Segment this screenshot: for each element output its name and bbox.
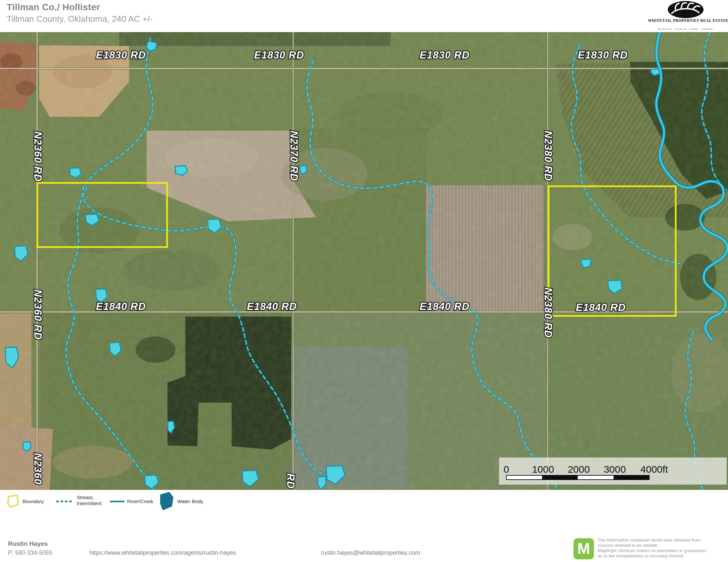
legend-label-water: Water Body xyxy=(177,498,203,504)
road-label-n2360-2: N2360 RD xyxy=(32,289,44,340)
page: Tillman Co./ Hollister Tillman County, O… xyxy=(0,0,728,562)
road-label-n2370: N2370 RD xyxy=(288,131,300,181)
header: Tillman Co./ Hollister Tillman County, O… xyxy=(0,0,728,32)
river-creek-legend-icon xyxy=(109,500,125,503)
legend-label-stream-line1: Stream, xyxy=(77,494,94,500)
scale-tick-0: 0 xyxy=(504,464,509,475)
road-label-e1840-2: E1840 RD xyxy=(247,301,297,312)
road-label-n2380-1: N2380 RD xyxy=(542,131,554,181)
road-label-rd-partial: RD xyxy=(285,473,296,489)
stream-intermittent-legend-icon xyxy=(56,500,74,503)
scale-tick-2000: 2000 xyxy=(568,464,590,475)
agent-profile-link[interactable]: https://www.whitetailproperties.com/agen… xyxy=(89,549,236,556)
road-label-n2360-partial: N2360 xyxy=(32,453,44,485)
legend-label-river: River/Creek xyxy=(127,498,153,504)
disclaimer-text: The information contained herein was obt… xyxy=(598,538,727,559)
page-subtitle: Tillman County, Oklahoma, 240 AC +/- xyxy=(7,14,153,24)
scale-bar: 0 1000 2000 3000 4000ft xyxy=(499,457,727,485)
road-label-e1840-4: E1840 RD xyxy=(576,302,626,313)
road-label-e1830-2: E1830 RD xyxy=(254,49,304,61)
water-body-legend-icon xyxy=(159,492,174,511)
agent-phone: P: 580-334-5055 xyxy=(8,549,52,556)
disclaimer-line: sources deemed to be reliable. xyxy=(598,543,727,548)
road-label-e1830-3: E1830 RD xyxy=(420,49,470,61)
scale-tick-4000ft: 4000ft xyxy=(640,464,668,475)
road-label-n2380-2: N2380 RD xyxy=(542,287,554,338)
legend-label-stream-line2: Intermittent xyxy=(77,500,102,506)
logo-tagline-text: HUNTING | RANCH | FARM | TIMBER xyxy=(648,28,723,30)
road-label-n2360-1: N2360 RD xyxy=(32,131,44,182)
disclaimer-line: as to the completeness or accuracy there… xyxy=(598,553,727,559)
disclaimer-line: The information contained herein was obt… xyxy=(598,538,727,543)
map-legend: Boundary Stream, Intermittent River/Cree… xyxy=(0,490,728,523)
agent-email-link[interactable]: rustin.hayes@whitetailproperties.com xyxy=(321,549,420,556)
map-canvas[interactable]: E1830 RD E1830 RD E1830 RD E1830 RD E184… xyxy=(0,32,728,490)
mapright-logo: M xyxy=(573,538,594,559)
footer: Rustin Hayes P: 580-334-5055 https://www… xyxy=(0,523,728,562)
logo-brand-text: WHITETAIL PROPERTIES REAL ESTATE xyxy=(648,19,723,23)
scale-tick-3000: 3000 xyxy=(604,464,626,475)
road-label-e1830-4: E1830 RD xyxy=(578,49,628,61)
road-label-e1840-1: E1840 RD xyxy=(96,301,146,312)
road-label-e1830-1: E1830 RD xyxy=(96,49,146,61)
agent-name: Rustin Hayes xyxy=(8,540,48,547)
whitetail-logo-icon xyxy=(649,1,722,32)
scale-tick-1000: 1000 xyxy=(532,464,554,475)
disclaimer-line: MapRight Services makes no warranties or… xyxy=(598,548,727,553)
boundary-legend-icon xyxy=(6,494,19,510)
road-label-e1840-3: E1840 RD xyxy=(420,301,470,312)
satellite-grain xyxy=(0,32,728,490)
page-title: Tillman Co./ Hollister xyxy=(7,2,100,13)
legend-label-boundary: Boundary xyxy=(23,498,44,504)
